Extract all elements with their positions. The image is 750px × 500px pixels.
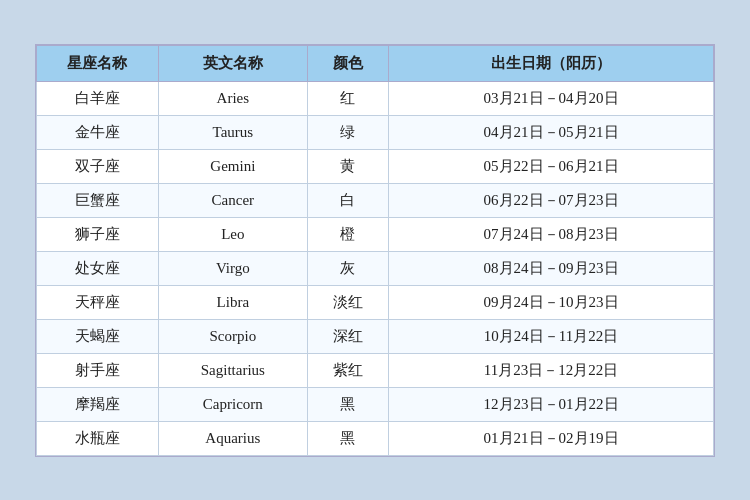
cell-color: 橙	[307, 217, 388, 251]
cell-zh: 巨蟹座	[37, 183, 159, 217]
cell-color: 黄	[307, 149, 388, 183]
cell-color: 淡红	[307, 285, 388, 319]
zodiac-table: 星座名称 英文名称 颜色 出生日期（阳历） 白羊座Aries红03月21日－04…	[35, 44, 715, 457]
header-en-name: 英文名称	[158, 45, 307, 81]
table-row: 狮子座Leo橙07月24日－08月23日	[37, 217, 714, 251]
cell-zh: 水瓶座	[37, 421, 159, 455]
cell-date: 11月23日－12月22日	[389, 353, 714, 387]
table-row: 射手座Sagittarius紫红11月23日－12月22日	[37, 353, 714, 387]
table-row: 天蝎座Scorpio深红10月24日－11月22日	[37, 319, 714, 353]
cell-date: 10月24日－11月22日	[389, 319, 714, 353]
cell-zh: 金牛座	[37, 115, 159, 149]
cell-en: Leo	[158, 217, 307, 251]
cell-en: Gemini	[158, 149, 307, 183]
cell-date: 04月21日－05月21日	[389, 115, 714, 149]
cell-color: 白	[307, 183, 388, 217]
header-color: 颜色	[307, 45, 388, 81]
cell-color: 黑	[307, 387, 388, 421]
cell-zh: 天蝎座	[37, 319, 159, 353]
cell-date: 03月21日－04月20日	[389, 81, 714, 115]
table-row: 白羊座Aries红03月21日－04月20日	[37, 81, 714, 115]
cell-color: 黑	[307, 421, 388, 455]
table-row: 摩羯座Capricorn黑12月23日－01月22日	[37, 387, 714, 421]
cell-en: Libra	[158, 285, 307, 319]
cell-zh: 狮子座	[37, 217, 159, 251]
cell-color: 灰	[307, 251, 388, 285]
cell-zh: 白羊座	[37, 81, 159, 115]
cell-color: 紫红	[307, 353, 388, 387]
cell-date: 06月22日－07月23日	[389, 183, 714, 217]
table-row: 巨蟹座Cancer白06月22日－07月23日	[37, 183, 714, 217]
table-header-row: 星座名称 英文名称 颜色 出生日期（阳历）	[37, 45, 714, 81]
cell-zh: 天秤座	[37, 285, 159, 319]
cell-zh: 射手座	[37, 353, 159, 387]
cell-date: 08月24日－09月23日	[389, 251, 714, 285]
cell-en: Aquarius	[158, 421, 307, 455]
header-birthdate: 出生日期（阳历）	[389, 45, 714, 81]
table-row: 金牛座Taurus绿04月21日－05月21日	[37, 115, 714, 149]
header-zh-name: 星座名称	[37, 45, 159, 81]
table-row: 水瓶座Aquarius黑01月21日－02月19日	[37, 421, 714, 455]
cell-date: 09月24日－10月23日	[389, 285, 714, 319]
table-row: 双子座Gemini黄05月22日－06月21日	[37, 149, 714, 183]
cell-en: Virgo	[158, 251, 307, 285]
table-row: 处女座Virgo灰08月24日－09月23日	[37, 251, 714, 285]
cell-en: Sagittarius	[158, 353, 307, 387]
cell-zh: 双子座	[37, 149, 159, 183]
cell-date: 01月21日－02月19日	[389, 421, 714, 455]
cell-date: 05月22日－06月21日	[389, 149, 714, 183]
cell-zh: 处女座	[37, 251, 159, 285]
cell-color: 深红	[307, 319, 388, 353]
cell-en: Scorpio	[158, 319, 307, 353]
table-row: 天秤座Libra淡红09月24日－10月23日	[37, 285, 714, 319]
cell-date: 12月23日－01月22日	[389, 387, 714, 421]
cell-en: Taurus	[158, 115, 307, 149]
cell-color: 红	[307, 81, 388, 115]
cell-color: 绿	[307, 115, 388, 149]
cell-en: Cancer	[158, 183, 307, 217]
cell-en: Aries	[158, 81, 307, 115]
cell-date: 07月24日－08月23日	[389, 217, 714, 251]
cell-en: Capricorn	[158, 387, 307, 421]
cell-zh: 摩羯座	[37, 387, 159, 421]
